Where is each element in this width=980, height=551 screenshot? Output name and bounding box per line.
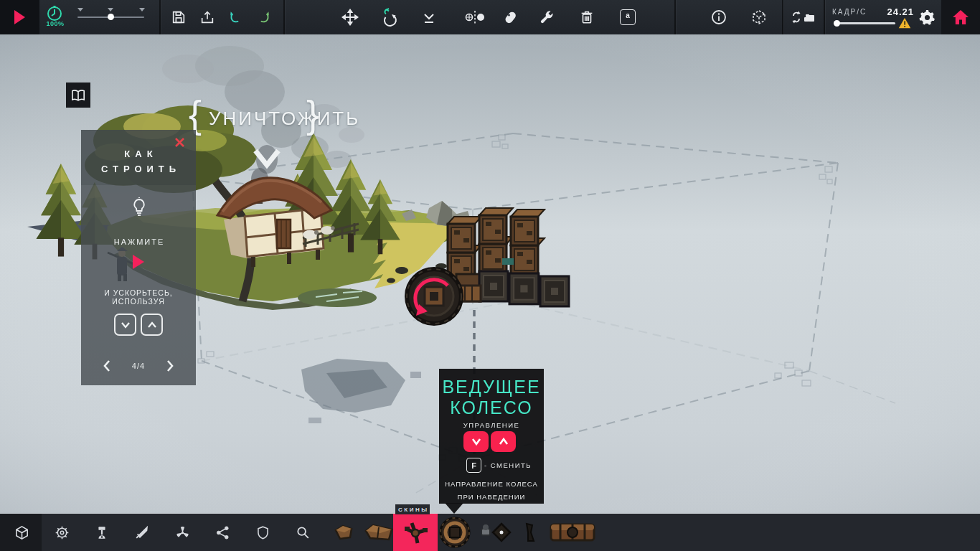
speed-up-key-button[interactable] [141,314,163,336]
view-cube-icon [750,9,768,26]
symmetry-tool-button[interactable] [462,0,488,34]
fps-value: 24.21 [877,6,914,17]
block-item-double-wooden-block[interactable] [362,514,396,551]
sword-icon [134,524,150,540]
driving-wheel-block[interactable] [407,269,461,324]
tutorial-book-button[interactable] [66,83,90,108]
home-icon [952,9,969,25]
divider [674,0,676,34]
block-item-steering[interactable] [477,514,514,551]
eraser-tool-button[interactable] [498,0,524,34]
machine-sync-button[interactable] [786,0,821,34]
ground-snap-button[interactable] [416,0,442,34]
home-button[interactable] [941,0,980,34]
wrench-icon [538,9,555,26]
category-armor[interactable] [242,514,283,551]
block-item-driving-wheel[interactable] [438,514,472,551]
chevron-up-icon [497,437,510,446]
redo-icon [255,9,271,25]
rotate-tool-button[interactable] [377,0,402,34]
fps-slider-track[interactable] [834,22,895,24]
tooltip-hint-line1: НАПРАВЛЕНИЕ КОЛЕСА [439,480,544,488]
view-cube-button[interactable] [746,0,772,34]
load-icon [199,9,215,25]
keybind-letter: a [626,11,630,19]
block-item-powered-wheel[interactable] [544,514,601,551]
hint-brace-right: } [306,95,319,133]
block-item-grabber[interactable] [518,514,542,551]
chevron-down-icon [120,321,131,329]
save-icon [171,9,187,25]
undo-icon [228,9,244,25]
tooltip-title-line2: КОЛЕСО [439,397,544,418]
info-icon [710,9,727,26]
chevron-right-icon [166,359,174,372]
piston-icon [94,524,110,541]
book-icon [70,88,86,103]
tutorial-title-line2: СТРОИТЬ [81,164,196,174]
hint-brace-left: { [189,95,202,133]
nodes-icon [215,524,231,541]
shield-icon [255,524,270,541]
tutorial-next-button[interactable] [163,358,177,374]
close-icon [174,137,185,148]
lightbulb-icon [130,197,149,217]
besiege-build-screen: 100% [0,0,980,551]
tutorial-press-label: НАЖМИТЕ [81,237,196,246]
gear-icon [918,9,936,27]
undo-button[interactable] [224,0,248,34]
category-search[interactable] [283,514,323,551]
machine-sync-icon [791,9,816,26]
divider [824,0,825,34]
trash-icon [579,9,595,25]
settings-button[interactable] [914,0,940,34]
hint-text: УНИЧТОЖИТЬ [209,108,360,130]
wheel-cog-icon [54,524,70,541]
load-button[interactable] [195,0,220,34]
delete-button[interactable] [574,0,600,34]
tooltip-hint-line2: ПРИ НАВЕДЕНИИ [439,493,544,501]
speed-marker [108,8,113,11]
redo-button[interactable] [251,0,275,34]
category-flight[interactable] [162,514,202,551]
chevron-down-icon [251,148,283,169]
tooltip-title-line1: ВЕДУЩЕЕ [439,377,544,397]
sim-speed-clock-icon [44,6,65,22]
magnifier-icon [295,524,311,540]
divider [159,0,161,34]
category-mechanics[interactable] [82,514,122,551]
move-tool-button[interactable] [337,0,363,34]
chevron-down-icon [470,437,483,446]
block-item-axle-selected[interactable] [393,514,438,551]
fps-label: КАДР/С [832,8,867,16]
bottom-toolbar [0,514,980,551]
sim-speed-value: 100% [43,20,67,27]
destroy-hint: { УНИЧТОЖИТЬ } [183,92,334,171]
wheel-forward-key-button[interactable] [491,431,516,452]
tutorial-close-button[interactable] [172,135,187,149]
save-button[interactable] [166,0,191,34]
keybind-icon: a [620,9,636,25]
play-button[interactable] [0,0,39,34]
category-wheels[interactable] [42,514,82,551]
settings-tool-button[interactable] [534,0,560,34]
tooltip-controls-label: УПРАВЛЕНИЕ [439,421,544,429]
play-icon [133,255,144,269]
eraser-icon [502,9,519,26]
keybind-button[interactable]: a [614,0,641,34]
tooltip-key-hint: - СМЕНИТЬ [484,461,532,469]
category-logic[interactable] [202,514,242,551]
speed-slider-handle[interactable] [108,14,114,20]
info-button[interactable] [706,0,732,34]
category-weapons[interactable] [122,514,162,551]
wheel-backward-key-button[interactable] [463,431,489,452]
chevron-up-icon [146,321,158,329]
category-blocks[interactable] [1,514,42,551]
block-item-wooden-block[interactable] [326,514,359,551]
divider [283,0,285,34]
fps-slider-handle[interactable] [834,20,840,27]
warning-icon [898,17,911,29]
symmetry-icon [464,9,486,26]
speed-down-key-button[interactable] [114,314,136,336]
tutorial-accelerate-label: И УСКОРЬТЕСЬ, ИСПОЛЬЗУЯ [79,288,198,306]
